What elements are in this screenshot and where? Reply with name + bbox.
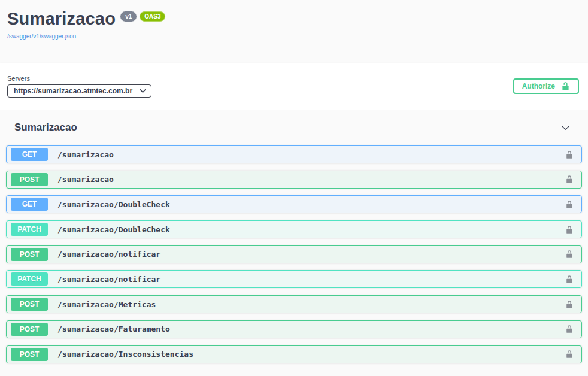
- version-badge: v1: [120, 11, 137, 22]
- authorize-button-label: Authorize: [522, 82, 555, 90]
- method-badge: POST: [11, 348, 48, 361]
- lock-button[interactable]: [565, 300, 574, 309]
- operation-row-1[interactable]: POST /sumarizacao: [6, 171, 582, 189]
- scheme-container: Servers https://sumarizacao.atmtec.com.b…: [0, 63, 588, 110]
- operation-path: /sumarizacao: [57, 175, 565, 184]
- lock-button[interactable]: [565, 150, 574, 159]
- lock-button[interactable]: [565, 275, 574, 284]
- page-title: Sumarizacao: [7, 10, 116, 29]
- tag-header-sumarizacao[interactable]: Sumarizacao: [6, 110, 582, 141]
- lock-button[interactable]: [565, 250, 574, 259]
- operation-path: /sumarizacao: [57, 150, 565, 159]
- operation-row-7[interactable]: POST /sumarizacao/Faturamento: [6, 320, 582, 338]
- chevron-down-icon[interactable]: [561, 125, 570, 131]
- operation-path: /sumarizacao/Metricas: [57, 300, 565, 309]
- operation-row-5[interactable]: PATCH /sumarizacao/notificar: [6, 270, 582, 288]
- operation-path: /sumarizacao/Insconsistencias: [57, 350, 565, 359]
- method-badge: POST: [11, 298, 48, 311]
- operation-path: /sumarizacao/notificar: [57, 250, 565, 259]
- method-badge: GET: [11, 148, 48, 161]
- operations-section: Sumarizacao GET /sumarizacao POST /sumar…: [0, 110, 588, 363]
- tag-title: Sumarizacao: [14, 122, 77, 134]
- unlocked-padlock-icon: [565, 325, 574, 333]
- unlocked-padlock-icon: [561, 81, 570, 91]
- method-badge: POST: [11, 248, 48, 261]
- oas3-badge: OAS3: [140, 11, 165, 22]
- unlocked-padlock-icon: [565, 200, 574, 209]
- unlocked-padlock-icon: [565, 225, 574, 234]
- method-badge: PATCH: [11, 223, 48, 236]
- servers-select[interactable]: https://sumarizacao.atmtec.com.br: [7, 84, 151, 98]
- operation-path: /sumarizacao/DoubleCheck: [57, 225, 565, 234]
- operation-row-8[interactable]: POST /sumarizacao/Insconsistencias: [6, 345, 582, 363]
- unlocked-padlock-icon: [565, 350, 574, 359]
- authorize-button[interactable]: Authorize: [513, 78, 579, 94]
- unlocked-padlock-icon: [565, 150, 574, 159]
- method-badge: POST: [11, 323, 48, 336]
- operation-row-3[interactable]: PATCH /sumarizacao/DoubleCheck: [6, 220, 582, 238]
- lock-button[interactable]: [565, 350, 574, 359]
- unlocked-padlock-icon: [565, 250, 574, 259]
- unlocked-padlock-icon: [565, 275, 574, 284]
- method-badge: POST: [11, 173, 48, 186]
- operations-list: GET /sumarizacao POST /sumarizacao GET /…: [6, 145, 582, 363]
- api-info-header: Sumarizacao v1 OAS3 /swagger/v1/swagger.…: [0, 0, 588, 63]
- operation-row-6[interactable]: POST /sumarizacao/Metricas: [6, 295, 582, 313]
- method-badge: GET: [11, 198, 48, 211]
- unlocked-padlock-icon: [565, 175, 574, 184]
- operation-row-0[interactable]: GET /sumarizacao: [6, 145, 582, 163]
- lock-button[interactable]: [565, 225, 574, 234]
- lock-button[interactable]: [565, 325, 574, 333]
- operation-row-2[interactable]: GET /sumarizacao/DoubleCheck: [6, 195, 582, 213]
- swagger-spec-link[interactable]: /swagger/v1/swagger.json: [7, 33, 76, 40]
- operation-path: /sumarizacao/notificar: [57, 275, 565, 284]
- unlocked-padlock-icon: [565, 300, 574, 309]
- operation-path: /sumarizacao/Faturamento: [57, 325, 565, 333]
- lock-button[interactable]: [565, 175, 574, 184]
- method-badge: PATCH: [11, 272, 48, 286]
- servers-label: Servers: [7, 75, 151, 82]
- operation-row-4[interactable]: POST /sumarizacao/notificar: [6, 245, 582, 263]
- operation-path: /sumarizacao/DoubleCheck: [57, 200, 565, 209]
- lock-button[interactable]: [565, 200, 574, 209]
